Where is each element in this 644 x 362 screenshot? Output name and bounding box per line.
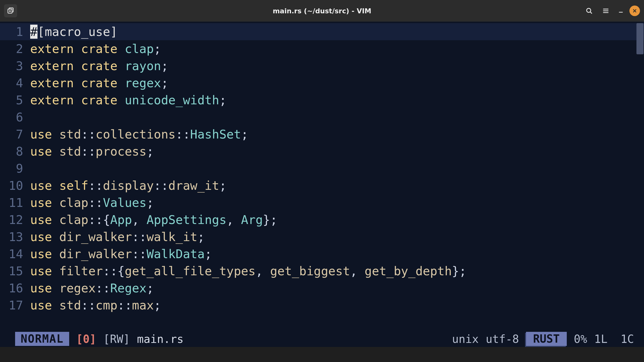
line-number: 9 bbox=[0, 160, 30, 177]
search-button[interactable] bbox=[583, 4, 596, 17]
line-number: 3 bbox=[0, 57, 30, 74]
window-titlebar: main.rs (~/dust/src) - VIM bbox=[0, 0, 644, 22]
code-line[interactable]: 16use regex::Regex; bbox=[0, 280, 644, 297]
status-bar: NORMAL [0] [RW] main.rs unix utf-8 RUST … bbox=[0, 331, 644, 347]
line-number: 13 bbox=[0, 228, 30, 245]
minimize-button[interactable] bbox=[616, 4, 626, 17]
close-button[interactable] bbox=[629, 6, 640, 16]
code-line[interactable]: 4extern crate regex; bbox=[0, 74, 644, 92]
vim-mode-indicator: NORMAL bbox=[15, 332, 69, 346]
code-line[interactable]: 13use dir_walker::walk_it; bbox=[0, 228, 644, 245]
search-icon bbox=[585, 7, 593, 15]
code-line[interactable]: 9 bbox=[0, 160, 644, 177]
line-pos-indicator: 1L bbox=[594, 333, 608, 345]
filetype-indicator: RUST bbox=[526, 332, 567, 346]
code-line[interactable]: 2extern crate clap; bbox=[0, 40, 644, 57]
code-line[interactable]: 12use clap::{App, AppSettings, Arg}; bbox=[0, 211, 644, 228]
code-content[interactable]: use filter::{get_all_file_types, get_big… bbox=[30, 262, 644, 280]
code-content[interactable]: #[macro_use] bbox=[30, 23, 644, 40]
line-number: 14 bbox=[0, 245, 30, 262]
editor-area[interactable]: 1#[macro_use]2extern crate clap;3extern … bbox=[0, 22, 644, 331]
code-content[interactable]: extern crate rayon; bbox=[30, 57, 644, 74]
code-content[interactable]: use self::display::draw_it; bbox=[30, 177, 644, 194]
code-content[interactable]: extern crate unicode_width; bbox=[30, 92, 644, 109]
code-line[interactable]: 6 bbox=[0, 109, 644, 126]
percent-indicator: 0% bbox=[574, 333, 587, 345]
line-number: 4 bbox=[0, 74, 30, 92]
line-number: 16 bbox=[0, 280, 30, 297]
line-number: 6 bbox=[0, 109, 30, 126]
code-content[interactable]: extern crate regex; bbox=[30, 74, 644, 92]
code-line[interactable]: 17use std::cmp::max; bbox=[0, 297, 644, 314]
window-title: main.rs (~/dust/src) - VIM bbox=[273, 7, 371, 15]
line-number: 15 bbox=[0, 262, 30, 280]
code-line[interactable]: 7use std::collections::HashSet; bbox=[0, 126, 644, 143]
line-number: 5 bbox=[0, 92, 30, 109]
new-tab-button[interactable] bbox=[4, 4, 17, 17]
code-line[interactable]: 3extern crate rayon; bbox=[0, 57, 644, 74]
code-content[interactable]: use clap::Values; bbox=[30, 194, 644, 211]
code-content[interactable]: use std::process; bbox=[30, 143, 644, 160]
hamburger-icon bbox=[602, 7, 609, 14]
line-number: 17 bbox=[0, 297, 30, 314]
code-content[interactable]: use regex::Regex; bbox=[30, 280, 644, 297]
code-line[interactable]: 11use clap::Values; bbox=[0, 194, 644, 211]
code-line[interactable]: 15use filter::{get_all_file_types, get_b… bbox=[0, 262, 644, 280]
code-line[interactable]: 8use std::process; bbox=[0, 143, 644, 160]
close-icon bbox=[632, 8, 637, 13]
menu-button[interactable] bbox=[599, 4, 612, 17]
encoding-indicator: utf-8 bbox=[486, 333, 519, 345]
code-content[interactable] bbox=[30, 109, 644, 126]
code-line[interactable]: 5extern crate unicode_width; bbox=[0, 92, 644, 109]
code-line[interactable]: 14use dir_walker::WalkData; bbox=[0, 245, 644, 262]
code-content[interactable]: use std::collections::HashSet; bbox=[30, 126, 644, 143]
code-content[interactable]: extern crate clap; bbox=[30, 40, 644, 57]
plus-tab-icon bbox=[7, 7, 14, 14]
minimize-icon bbox=[618, 8, 624, 14]
line-number: 10 bbox=[0, 177, 30, 194]
code-content[interactable]: use std::cmp::max; bbox=[30, 297, 644, 314]
code-content[interactable]: use clap::{App, AppSettings, Arg}; bbox=[30, 211, 644, 228]
os-taskbar bbox=[0, 347, 644, 362]
fileformat-indicator: unix bbox=[452, 333, 479, 345]
rw-indicator: [RW] bbox=[103, 333, 130, 345]
line-number: 12 bbox=[0, 211, 30, 228]
filename-indicator: main.rs bbox=[137, 333, 183, 345]
line-number: 2 bbox=[0, 40, 30, 57]
col-pos-indicator: 1C bbox=[621, 333, 634, 345]
code-line[interactable]: 1#[macro_use] bbox=[0, 23, 644, 40]
line-number: 8 bbox=[0, 143, 30, 160]
code-content[interactable]: use dir_walker::walk_it; bbox=[30, 228, 644, 245]
buffer-number: [0] bbox=[76, 333, 96, 345]
code-content[interactable]: use dir_walker::WalkData; bbox=[30, 245, 644, 262]
code-content[interactable] bbox=[30, 160, 644, 177]
line-number: 1 bbox=[0, 23, 30, 40]
scrollbar-thumb[interactable] bbox=[636, 23, 643, 54]
line-number: 11 bbox=[0, 194, 30, 211]
line-number: 7 bbox=[0, 126, 30, 143]
code-line[interactable]: 10use self::display::draw_it; bbox=[0, 177, 644, 194]
